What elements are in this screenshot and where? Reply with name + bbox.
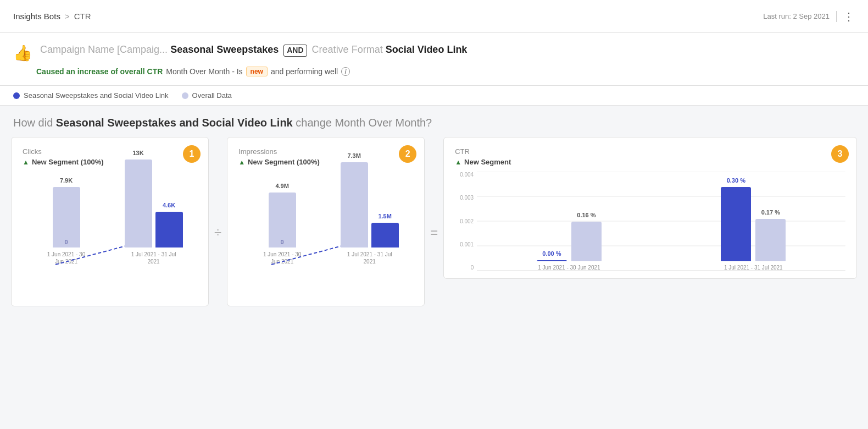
divide-operator: ÷ xyxy=(209,225,227,240)
clicks-x-label-1: 1 Jun 2021 - 30Jun 2021 xyxy=(47,251,86,265)
ctr-bar-group-jul: 0.30 % 0.17 % 1 Jul 2021 - 31 Jul 2021 xyxy=(672,187,834,271)
impressions-overall-val-1: 4.9M xyxy=(275,183,288,189)
impressions-overall-bar-1: 4.9M 0 xyxy=(269,193,296,248)
clicks-x-label-2: 1 Jul 2021 - 31 Jul2021 xyxy=(131,251,176,265)
impressions-segment-bar-2: 1.5M xyxy=(371,223,399,248)
ctr-jul-overall-bar: 0.17 % xyxy=(755,219,786,261)
clicks-overall-rect-1: 0 xyxy=(53,187,80,248)
clicks-bars: 7.9K 0 1 Jun 2021 - 30Jun 2021 13K xyxy=(23,172,197,265)
ctr-jun-segment-bar: 0.00 % xyxy=(537,260,567,261)
clicks-bar-pair-1: 7.9K 0 xyxy=(53,160,80,248)
clicks-bar-pair-2: 13K 4.6K xyxy=(125,160,183,248)
chart-badge-3: 3 xyxy=(831,145,849,163)
ctr-jul-segment-val: 0.30 % xyxy=(727,177,745,184)
campaign-dim-label: Campaign Name [Campaig... xyxy=(40,44,168,55)
impressions-segment-inside-val-1: 0 xyxy=(281,239,284,245)
impressions-chart-card: 2 Impressions ▲ New Segment (100%) 4.9M … xyxy=(227,137,425,306)
divider xyxy=(836,11,837,22)
info-icon[interactable]: i xyxy=(341,67,350,76)
last-run-label: Last run: 2 Sep 2021 xyxy=(763,12,830,20)
insight-card: 👍 Campaign Name [Campaig... Seasonal Swe… xyxy=(0,33,868,86)
clicks-bar-group-2: 13K 4.6K 1 Jul 2021 - 31 Jul2021 xyxy=(115,160,192,265)
clicks-overall-bar-2: 13K xyxy=(125,160,152,248)
impressions-overall-rect-2 xyxy=(341,162,368,248)
legend-dot-segment xyxy=(13,92,20,99)
breadcrumb-current: CTR xyxy=(74,12,91,21)
impressions-bar-pair-2: 7.3M 1.5M xyxy=(341,160,399,248)
legend-label-overall: Overall Data xyxy=(192,91,232,100)
insight-title: Campaign Name [Campaig... Seasonal Sweep… xyxy=(40,43,467,57)
ctr-jul-overall-val: 0.17 % xyxy=(761,209,780,216)
ctr-y-0002: 0.002 xyxy=(455,218,474,224)
section-highlight: Seasonal Sweepstakes and Social Video Li… xyxy=(56,117,293,129)
ctr-chart-label: CTR xyxy=(455,147,845,156)
clicks-segment-bar-2: 4.6K xyxy=(155,212,183,248)
impressions-bars: 4.9M 0 1 Jun 2021 - 30Jun 2021 7.3M xyxy=(238,172,413,265)
legend-bar: Seasonal Sweepstakes and Social Video Li… xyxy=(0,86,868,106)
ctr-y-0001: 0.001 xyxy=(455,241,474,248)
equals-operator: = xyxy=(425,225,443,240)
section-title: How did Seasonal Sweepstakes and Social … xyxy=(0,106,868,137)
impressions-x-label-2: 1 Jul 2021 - 31 Jul2021 xyxy=(347,251,392,265)
ctr-jun-bars: 0.00 % 0.16 % xyxy=(537,222,602,261)
charts-row: 1 Clicks ▲ New Segment (100%) 7.9K 0 xyxy=(0,137,868,320)
ctr-bar-group-jun: 0.00 % 0.16 % 1 Jun 2021 - 30 Jun 2021 xyxy=(488,222,650,271)
impressions-overall-rect-1: 0 xyxy=(269,193,296,248)
impressions-bar-pair-1: 4.9M 0 xyxy=(269,160,296,248)
top-bar-right: Last run: 2 Sep 2021 ⋮ xyxy=(763,10,855,23)
impressions-segment-rect-2 xyxy=(371,223,399,248)
clicks-overall-rect-2 xyxy=(125,160,152,248)
ctr-jun-segment-val: 0.00 % xyxy=(542,250,561,257)
subtitle-green: Caused an increase of overall CTR xyxy=(36,67,163,76)
menu-button[interactable]: ⋮ xyxy=(843,10,855,23)
breadcrumb-insights[interactable]: Insights Bots xyxy=(13,12,60,21)
creative-value: Social Video Link xyxy=(386,44,468,55)
insight-header: 👍 Campaign Name [Campaig... Seasonal Swe… xyxy=(13,43,855,62)
ctr-segment-label: ▲ New Segment xyxy=(455,158,845,166)
clicks-overall-val-2: 13K xyxy=(132,150,143,156)
clicks-chart-label: Clicks xyxy=(23,147,197,156)
ctr-y-0004: 0.004 xyxy=(455,172,474,178)
impressions-bar-group-2: 7.3M 1.5M 1 Jul 2021 - 31 Jul2021 xyxy=(331,160,408,265)
ctr-jul-segment-rect xyxy=(721,187,751,261)
legend-dot-overall xyxy=(182,92,188,99)
impressions-chart-label: Impressions xyxy=(238,147,413,156)
clicks-overall-bar-1: 7.9K 0 xyxy=(53,187,80,248)
ctr-chart-body: 0.004 0.003 0.002 0.001 0 xyxy=(455,172,845,271)
new-badge: new xyxy=(246,67,268,76)
ctr-jul-segment-bar: 0.30 % xyxy=(721,187,751,261)
thumbs-up-icon: 👍 xyxy=(13,44,32,62)
ctr-y-axis: 0.004 0.003 0.002 0.001 0 xyxy=(455,172,477,271)
ctr-y-0003: 0.003 xyxy=(455,195,474,201)
legend-label-segment: Seasonal Sweepstakes and Social Video Li… xyxy=(24,91,169,100)
breadcrumb: Insights Bots > CTR xyxy=(13,12,91,21)
impressions-x-label-1: 1 Jun 2021 - 30Jun 2021 xyxy=(263,251,302,265)
clicks-chart-area: 7.9K 0 1 Jun 2021 - 30Jun 2021 13K xyxy=(23,172,197,298)
impressions-overall-bar-2: 7.3M xyxy=(341,162,368,248)
ctr-x-label-jun: 1 Jun 2021 - 30 Jun 2021 xyxy=(538,265,600,271)
impressions-overall-val-2: 7.3M xyxy=(347,152,360,159)
impressions-segment-val-2: 1.5M xyxy=(378,213,391,219)
ctr-chart-card: 3 CTR ▲ New Segment 0.004 0.003 0.002 0.… xyxy=(443,137,857,279)
legend-item-segment: Seasonal Sweepstakes and Social Video Li… xyxy=(13,91,169,100)
insight-subtitle: Caused an increase of overall CTR Month … xyxy=(36,67,855,76)
clicks-chart-card: 1 Clicks ▲ New Segment (100%) 7.9K 0 xyxy=(11,137,209,306)
ctr-jul-bars: 0.30 % 0.17 % xyxy=(721,187,786,261)
clicks-segment-inside-val-1: 0 xyxy=(64,239,68,245)
ctr-y-0: 0 xyxy=(455,265,474,271)
arrow-up-icon-ctr: ▲ xyxy=(455,158,461,166)
clicks-segment-rect-2 xyxy=(155,212,183,248)
ctr-jun-overall-val: 0.16 % xyxy=(577,212,596,218)
ctr-jun-overall-rect xyxy=(571,222,602,261)
impressions-bar-group-1: 4.9M 0 1 Jun 2021 - 30Jun 2021 xyxy=(244,160,320,265)
breadcrumb-separator: > xyxy=(65,12,70,21)
creative-dim-label: Creative Format xyxy=(312,44,383,55)
impressions-chart-area: 4.9M 0 1 Jun 2021 - 30Jun 2021 7.3M xyxy=(238,172,413,298)
ctr-bars-area: 0.00 % 0.16 % 1 Jun 2021 - 30 Jun 2021 xyxy=(477,172,845,271)
legend-item-overall: Overall Data xyxy=(182,91,232,100)
clicks-bar-group-1: 7.9K 0 1 Jun 2021 - 30Jun 2021 xyxy=(28,160,104,265)
ctr-bar-groups: 0.00 % 0.16 % 1 Jun 2021 - 30 Jun 2021 xyxy=(477,172,845,271)
subtitle-middle: Month Over Month - Is xyxy=(166,67,242,76)
and-badge: AND xyxy=(283,45,307,57)
clicks-segment-val-2: 4.6K xyxy=(163,202,175,208)
